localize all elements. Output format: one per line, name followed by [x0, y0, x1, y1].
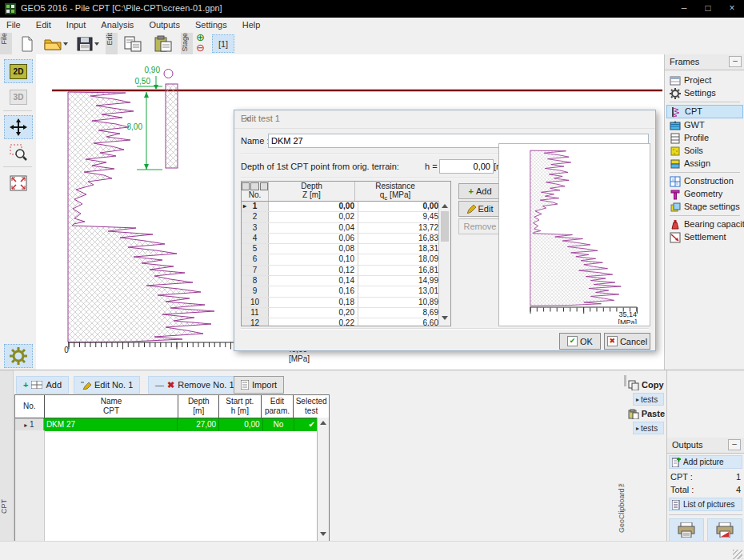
scroll-down-icon[interactable] — [442, 316, 448, 320]
menu-edit[interactable]: Edit — [30, 18, 58, 30]
save-button[interactable] — [74, 34, 102, 54]
frames-minimize-button[interactable]: – — [729, 56, 742, 67]
menu-file[interactable]: File — [0, 18, 27, 30]
test-row-selected[interactable]: ▸ 1 DKM 27 27,00 0,00 No ✔ — [15, 418, 329, 431]
scroll-thumb[interactable] — [441, 211, 449, 242]
minimize-button[interactable]: – — [672, 0, 696, 18]
grid-row[interactable]: 100,1810,89 — [242, 298, 450, 308]
menu-outputs[interactable]: Outputs — [142, 18, 186, 30]
grid-row[interactable]: 110,208,69 — [242, 308, 450, 318]
view-3d-button[interactable]: 3D — [4, 85, 33, 109]
zoom-select-button[interactable] — [4, 141, 33, 165]
tests-table-scrollbar[interactable] — [317, 418, 329, 541]
axis-zero-label: 0 — [64, 346, 69, 354]
pan-button[interactable] — [4, 115, 33, 139]
grid-tool-icon[interactable] — [242, 182, 250, 190]
grid-row[interactable]: 90,1613,01 — [242, 286, 450, 297]
remove-test-button[interactable]: — ✖ Remove No. 1 — [148, 376, 242, 394]
grid-tool-icon[interactable] — [260, 182, 268, 190]
open-file-button[interactable] — [42, 34, 70, 54]
stage-number-button[interactable]: [1] — [212, 34, 234, 53]
stage-remove-button[interactable]: ⊖ — [196, 43, 205, 53]
sidebar-item-stage-settings[interactable]: Stage settings — [666, 201, 743, 213]
tab-cpt-vertical[interactable]: CPT — [0, 370, 14, 542]
app-icon — [5, 3, 16, 14]
dialog-title-bar[interactable]: Edit test 1 × — [234, 110, 655, 129]
depth-of-first-point-label: Depth of 1st CPT point from orig. terrai… — [241, 162, 399, 171]
save-dropdown-caret[interactable] — [94, 42, 99, 46]
close-button[interactable]: × — [720, 0, 744, 18]
h-input[interactable] — [439, 159, 494, 174]
cpt-count-label: CPT : — [670, 472, 693, 482]
cpt-count-value: 1 — [736, 472, 741, 482]
tests-panel: CPT + Add Edit No. 1 — ✖ Remove No. 1 Im… — [0, 370, 744, 542]
fit-view-button[interactable] — [4, 171, 33, 195]
edit-test-dialog: Edit test 1 × Name : Depth of 1st CPT po… — [234, 110, 656, 351]
scroll-up-icon[interactable] — [320, 421, 326, 425]
sidebar-item-assign[interactable]: Assign — [666, 158, 743, 170]
edit-test-button[interactable]: Edit No. 1 — [74, 376, 140, 394]
menu-analysis[interactable]: Analysis — [94, 18, 140, 30]
grid-row[interactable]: 70,1216,81 — [242, 266, 450, 276]
grid-tool-icon[interactable] — [250, 182, 258, 190]
open-dropdown-caret[interactable] — [63, 42, 68, 46]
new-file-button[interactable] — [16, 34, 38, 54]
paste-tests-header: Paste — [628, 407, 665, 420]
print-button[interactable] — [669, 518, 704, 542]
grid-row[interactable]: 30,0413,72 — [242, 223, 450, 234]
sidebar-item-settlement[interactable]: Settlement — [666, 231, 743, 243]
grid-scrollbar[interactable] — [438, 201, 450, 325]
sidebar-item-construction[interactable]: Construction — [666, 175, 743, 187]
outputs-minimize-button[interactable]: – — [728, 439, 741, 450]
add-point-button[interactable]: + Add — [458, 183, 502, 199]
add-test-button[interactable]: + Add — [16, 376, 69, 394]
settings-gear-button[interactable] — [4, 344, 33, 368]
sidebar-item-geometry[interactable]: Geometry — [666, 188, 743, 200]
scroll-up-icon[interactable] — [442, 204, 448, 208]
list-of-pictures-button[interactable]: List of pictures — [669, 498, 742, 511]
grid-row[interactable]: 80,1414,99 — [242, 276, 450, 286]
paste-tests-button[interactable]: ▸ tests — [633, 422, 664, 434]
sidebar-item-soils[interactable]: Soils — [666, 145, 743, 157]
copy-tests-button[interactable]: ▸ tests — [633, 393, 664, 406]
status-bar — [0, 541, 744, 560]
title-bar: GEO5 2016 - Pile CPT [C:\Pile-CPT\screen… — [0, 0, 744, 18]
grid-col-depth: Depth — [269, 182, 354, 190]
copy-tests-header: Copy — [628, 378, 665, 391]
sidebar-item-project[interactable]: Project — [666, 74, 743, 86]
copy-tool-button[interactable] — [120, 34, 146, 54]
gwt-icon — [670, 120, 681, 131]
dialog-close-icon[interactable]: × — [241, 114, 254, 126]
grid-col-resistance: Resistance — [355, 182, 435, 190]
view-2d-button[interactable]: 2D — [4, 59, 33, 83]
print-preview-button[interactable] — [707, 518, 742, 542]
sidebar-item-bearing-capacity[interactable]: Bearing capacity — [666, 218, 743, 230]
import-button[interactable]: Import — [234, 376, 284, 394]
sidebar-item-settings[interactable]: Settings — [666, 87, 743, 99]
add-picture-button[interactable]: Add picture — [669, 455, 742, 469]
sidebar-item-gwt[interactable]: GWT — [666, 119, 743, 131]
menu-settings[interactable]: Settings — [189, 18, 234, 30]
scroll-down-icon[interactable] — [320, 532, 326, 536]
resize-grip[interactable] — [733, 550, 742, 559]
grid-row[interactable]: 20,029,45 — [242, 212, 450, 222]
cancel-button[interactable]: ✖ Cancel — [604, 333, 650, 350]
menu-help[interactable]: Help — [236, 18, 267, 30]
grid-row[interactable]: ▸10,000,00 — [242, 202, 450, 212]
sidebar-item-profile[interactable]: Profile — [666, 132, 743, 144]
menu-input[interactable]: Input — [60, 18, 92, 30]
pencil-icon — [467, 205, 476, 214]
grid-row[interactable]: 50,0818,31 — [242, 244, 450, 254]
grid-row[interactable]: 40,0616,83 — [242, 234, 450, 244]
grid-row[interactable]: 120,226,60 — [242, 318, 450, 326]
maximize-button[interactable]: □ — [696, 0, 720, 18]
sidebar-item-cpt[interactable]: CPT — [666, 105, 743, 118]
panel-grip[interactable] — [624, 375, 626, 386]
outputs-header: Outputs – — [667, 438, 744, 454]
remove-point-button[interactable]: Remove — [458, 218, 502, 234]
edit-point-button[interactable]: Edit — [458, 201, 502, 217]
ok-button[interactable]: ✔ OK — [559, 333, 601, 350]
paste-tool-button[interactable] — [150, 34, 176, 54]
grid-row[interactable]: 60,1018,09 — [242, 254, 450, 265]
printer-preview-icon — [716, 522, 734, 538]
